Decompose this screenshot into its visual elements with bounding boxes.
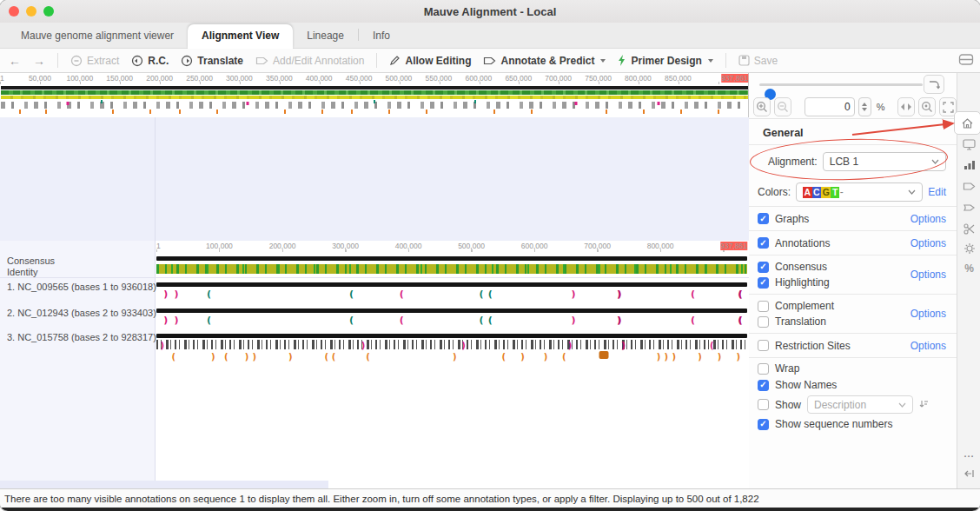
home-icon (961, 117, 974, 129)
tab-mauve-genome-alignment-viewer[interactable]: Mauve genome alignment viewer (7, 24, 188, 48)
zoom-out-button[interactable] (774, 97, 791, 116)
status-message: There are too many visible annotations o… (4, 494, 759, 504)
zoom-window-button[interactable] (43, 6, 54, 17)
sequence-3-orange-annotations: ()()))((()())()))))) (156, 351, 747, 363)
close-window-button[interactable] (9, 6, 19, 17)
annotations-panel-button[interactable] (957, 182, 980, 191)
annotate-predict-icon (483, 56, 496, 66)
highlighting-checkbox[interactable] (758, 277, 769, 289)
fit-to-width-button[interactable] (897, 97, 915, 116)
sequence-3-pink-annotations: )))))( (156, 340, 747, 350)
monitor-icon (963, 139, 976, 150)
annotation-arrow-icon (255, 56, 268, 66)
sequence-2-annotations: ))((((())(( (156, 315, 747, 327)
acgt-color-swatches: ACGT- (803, 186, 844, 198)
forward-button[interactable]: → (33, 54, 45, 68)
consensus-checkbox[interactable] (758, 262, 769, 273)
more-options-button[interactable]: ... (957, 448, 980, 459)
restriction-sites-checkbox[interactable] (758, 340, 769, 351)
title-bar: Mauve Alignment - Local (0, 0, 980, 23)
scissors-icon (963, 223, 976, 235)
sequence-3-label: 3. NC_015758 (bases 2 to 928317) (7, 332, 156, 342)
overview-consensus-bar[interactable] (1, 86, 748, 90)
show-names-checkbox[interactable] (758, 380, 769, 391)
translate-icon (181, 55, 193, 67)
general-view-button[interactable] (954, 111, 980, 135)
translate-button[interactable]: Translate (181, 55, 243, 67)
extract-button[interactable]: Extract (70, 55, 119, 67)
annotations-label: Annotations (775, 237, 830, 249)
annotations-options-link[interactable]: Options (910, 237, 946, 249)
show-sequence-numbers-checkbox[interactable] (758, 419, 769, 430)
annotate-predict-button[interactable]: Annotate & Predict (483, 55, 606, 67)
graphs-panel-button[interactable] (957, 160, 980, 170)
description-select-value: Description (814, 399, 866, 411)
colors-select[interactable]: ACGT- (796, 182, 923, 202)
extract-panel-button[interactable] (957, 223, 980, 235)
graphs-options-link[interactable]: Options (910, 213, 946, 225)
complement-checkbox[interactable] (758, 301, 769, 312)
complement-label: Complement (775, 300, 834, 312)
sequence-2-label: 2. NC_012943 (bases 2 to 933403) (7, 308, 156, 318)
show-names-label: Show Names (775, 379, 837, 391)
zoom-stepper[interactable] (858, 97, 871, 116)
allow-editing-button[interactable]: Allow Editing (389, 55, 471, 67)
consensus-label: Consensus (775, 261, 827, 273)
horizontal-scrollbar[interactable] (0, 481, 328, 488)
tab-alignment-view[interactable]: Alignment View (188, 24, 293, 49)
translation-options-link[interactable]: Options (910, 308, 946, 320)
lightning-icon (618, 55, 626, 66)
sequence-2-track[interactable] (156, 309, 747, 313)
alignment-select[interactable]: LCB 1 (823, 152, 946, 171)
settings-panel: % General Alignment: LCB 1 Colors: ACGT-… (749, 73, 957, 490)
sequence-1-track[interactable] (156, 282, 747, 287)
show-description-checkbox[interactable] (758, 399, 769, 410)
highlighting-label: Highlighting (775, 276, 830, 289)
consensus-track[interactable] (156, 256, 747, 261)
document-tab-bar: Mauve genome alignment viewer Alignment … (0, 23, 980, 49)
tab-info[interactable]: Info (359, 24, 404, 48)
zoom-percent-input[interactable] (805, 97, 855, 116)
overview-identity-yellow-bar[interactable] (1, 96, 748, 99)
annotations-checkbox[interactable] (758, 237, 769, 249)
chevron-down-icon (600, 59, 606, 63)
restriction-sites-options-link[interactable]: Options (910, 340, 946, 352)
translation-label: Translation (775, 315, 826, 328)
advanced-settings-button[interactable] (957, 242, 980, 255)
annotate-predict-icon (963, 202, 976, 213)
translation-checkbox[interactable] (758, 316, 769, 328)
minimize-window-button[interactable] (26, 6, 36, 17)
add-edit-annotation-button[interactable]: Add/Edit Annotation (255, 55, 364, 67)
panel-drawer-icon[interactable] (958, 53, 974, 66)
identity-panel-button[interactable]: % (957, 262, 980, 275)
sequence-3-track[interactable] (156, 334, 747, 338)
overview-identity-green-bar[interactable] (1, 90, 748, 95)
collapse-panel-button[interactable] (957, 469, 980, 478)
collapse-arrow-icon (964, 469, 975, 478)
sequence-1-annotations: ))((((())(( (156, 289, 747, 301)
tab-lineage[interactable]: Lineage (293, 24, 358, 48)
status-bar: There are too many visible annotations o… (0, 488, 980, 508)
alignment-canvas-background[interactable] (0, 117, 749, 241)
display-settings-button[interactable] (957, 139, 980, 150)
back-button[interactable]: ← (9, 54, 21, 68)
annotate-predict-panel-button[interactable] (957, 202, 980, 213)
primer-design-button[interactable]: Primer Design (618, 55, 712, 67)
consensus-options-link[interactable]: Options (910, 269, 946, 281)
wrap-checkbox[interactable] (758, 363, 769, 375)
description-select[interactable]: Description (807, 395, 913, 414)
sort-descriptions-icon[interactable] (919, 400, 929, 409)
reverse-complement-button[interactable]: R.C. (131, 55, 169, 67)
zoom-to-selection-button[interactable] (918, 97, 936, 116)
zoom-in-button[interactable] (753, 97, 771, 116)
alignment-label: Alignment: (768, 156, 818, 168)
genome-overview[interactable]: 150,000100,000150,000200,000250,000300,0… (0, 73, 749, 117)
jump-to-position-button[interactable] (924, 75, 944, 94)
save-button[interactable]: Save (738, 55, 778, 67)
pencil-icon (389, 55, 401, 66)
graphs-checkbox[interactable] (758, 213, 769, 224)
overview-slider[interactable] (759, 83, 923, 86)
edit-colors-link[interactable]: Edit (928, 186, 946, 198)
wrap-label: Wrap (775, 362, 799, 375)
identity-track[interactable] (156, 264, 747, 274)
